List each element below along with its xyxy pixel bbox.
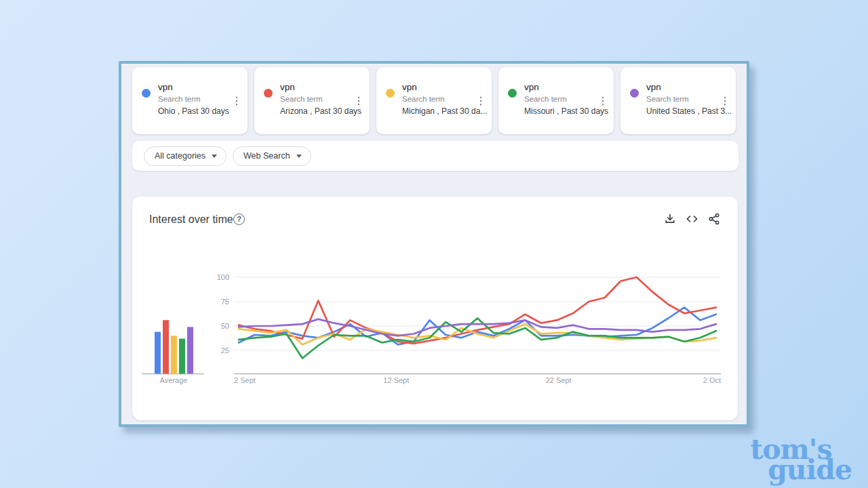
kebab-menu-icon[interactable]: ⋮ xyxy=(718,94,732,109)
svg-text:100: 100 xyxy=(217,273,229,281)
series-color-dot xyxy=(630,89,639,98)
chevron-down-icon xyxy=(296,155,302,158)
term-scope-label: Ohio , Past 30 days xyxy=(158,105,238,118)
svg-text:22 Sept: 22 Sept xyxy=(546,376,572,384)
term-card[interactable]: vpn Search term Missouri , Past 30 days … xyxy=(498,67,614,134)
term-label: vpn xyxy=(524,82,604,93)
toms-guide-logo: tom's guide xyxy=(750,439,852,480)
term-type-label: Search term xyxy=(524,93,604,105)
term-cards-row: vpn Search term Ohio , Past 30 days ⋮ vp… xyxy=(132,67,736,134)
term-label: vpn xyxy=(402,82,482,93)
term-scope-label: United States , Past 3... xyxy=(646,105,726,118)
term-scope-label: Arizona , Past 30 days xyxy=(280,105,360,118)
svg-text:Average: Average xyxy=(160,376,188,384)
interest-over-time-panel: Interest over time ? 2550751002 Sept12 S… xyxy=(132,197,738,420)
kebab-menu-icon[interactable]: ⋮ xyxy=(230,94,243,109)
term-label: vpn xyxy=(158,82,238,93)
chevron-down-icon xyxy=(212,155,217,158)
series-color-dot xyxy=(508,89,517,98)
logo-line-2: guide xyxy=(768,460,852,480)
svg-text:50: 50 xyxy=(221,322,229,330)
term-scope-label: Michigan , Past 30 da... xyxy=(402,105,482,118)
filter-bar: All categories Web Search xyxy=(132,141,738,171)
svg-text:2 Sept: 2 Sept xyxy=(234,376,256,384)
category-dropdown-label: All categories xyxy=(155,151,205,161)
term-type-label: Search term xyxy=(402,93,482,105)
term-card[interactable]: vpn Search term United States , Past 3..… xyxy=(620,67,736,134)
term-label: vpn xyxy=(280,82,360,93)
term-card[interactable]: vpn Search term Michigan , Past 30 da...… xyxy=(376,67,492,134)
svg-text:12 Sept: 12 Sept xyxy=(383,376,409,384)
series-color-dot xyxy=(264,89,273,98)
trends-widget-frame: vpn Search term Ohio , Past 30 days ⋮ vp… xyxy=(119,61,749,427)
term-card[interactable]: vpn Search term Arizona , Past 30 days ⋮ xyxy=(254,67,370,134)
kebab-menu-icon[interactable]: ⋮ xyxy=(474,94,488,109)
kebab-menu-icon[interactable]: ⋮ xyxy=(596,94,610,109)
term-type-label: Search term xyxy=(646,93,726,105)
svg-text:75: 75 xyxy=(221,298,229,306)
kebab-menu-icon[interactable]: ⋮ xyxy=(352,94,366,109)
series-color-dot xyxy=(142,89,151,98)
search-type-dropdown-label: Web Search xyxy=(243,151,290,161)
svg-text:25: 25 xyxy=(221,346,229,354)
search-type-dropdown[interactable]: Web Search xyxy=(233,146,311,166)
term-scope-label: Missouri , Past 30 days xyxy=(524,105,604,118)
category-dropdown[interactable]: All categories xyxy=(144,146,226,166)
term-type-label: Search term xyxy=(158,93,238,105)
term-label: vpn xyxy=(646,82,726,93)
interest-chart: 2550751002 Sept12 Sept22 Sept2 OctAverag… xyxy=(132,197,738,420)
term-card[interactable]: vpn Search term Ohio , Past 30 days ⋮ xyxy=(132,67,248,134)
series-color-dot xyxy=(386,89,395,98)
term-type-label: Search term xyxy=(280,93,360,105)
svg-text:2 Oct: 2 Oct xyxy=(703,376,721,384)
